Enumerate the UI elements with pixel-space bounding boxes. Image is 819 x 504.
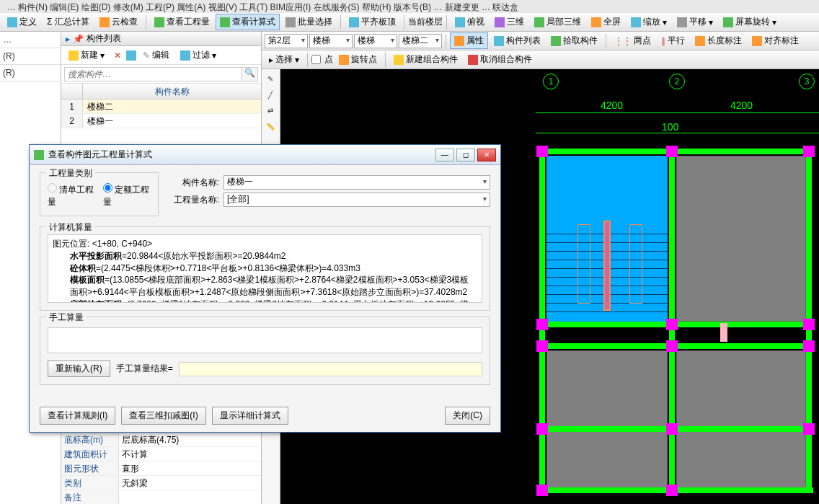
close-button[interactable]: ✕ <box>477 149 496 162</box>
grip-icon[interactable] <box>803 146 815 157</box>
new-combo-button[interactable]: 新建组合构件 <box>389 51 462 68</box>
palette-line-icon[interactable]: ╱ <box>263 88 278 102</box>
table-row[interactable]: 1 楼梯二 <box>61 100 261 114</box>
grip-icon[interactable] <box>536 319 548 330</box>
prop-row[interactable]: 建筑面积计不计算 <box>61 447 261 461</box>
cancel-combo-button[interactable]: 取消组合构件 <box>464 51 536 68</box>
palette-mirror-icon[interactable]: ⇄ <box>263 104 278 118</box>
component-dropdown[interactable]: 楼梯二 <box>399 34 442 48</box>
batch-select-button[interactable]: 批量选择 <box>281 14 337 30</box>
properties-button[interactable]: 属性 <box>450 32 488 49</box>
grip-icon[interactable] <box>803 340 815 352</box>
manual-result-field[interactable] <box>179 362 482 376</box>
minimize-button[interactable]: — <box>435 149 454 162</box>
main-toolbar: 定义 Σ 汇总计算 云检查 查看工程量 查看计算式 批量选择 平齐板顶 当前楼层… <box>0 13 819 32</box>
calc-legend: 计算机算量 <box>46 221 95 234</box>
search-input[interactable] <box>64 67 242 81</box>
grip-icon[interactable] <box>666 423 678 435</box>
grid-line <box>536 112 819 113</box>
dialog-titlebar[interactable]: 查看构件图元工程量计算式 — ◻ ✕ <box>30 145 500 165</box>
search-button[interactable]: 🔍 <box>242 67 258 81</box>
prop-row[interactable]: 底标高(m)层底标高(4.75) <box>61 433 261 447</box>
formula-icon <box>220 17 230 27</box>
grip-icon[interactable] <box>803 319 815 330</box>
grip-icon[interactable] <box>666 340 678 352</box>
sum-calc-button[interactable]: Σ 汇总计算 <box>43 14 94 30</box>
3d-button[interactable]: 三维 <box>490 14 528 30</box>
maximize-button[interactable]: ◻ <box>456 149 475 162</box>
prop-row[interactable]: 类别无斜梁 <box>61 476 261 490</box>
grip-icon[interactable] <box>536 485 548 496</box>
pin-icon[interactable]: 📌 <box>73 34 84 44</box>
palette-brush-icon[interactable]: ✎ <box>263 72 278 87</box>
view-rule-button[interactable]: 查看计算规则(I) <box>40 407 115 425</box>
rotate-icon <box>723 17 733 27</box>
prop-row[interactable]: 备注 <box>61 490 261 504</box>
filter-button[interactable]: 过滤 ▾ <box>176 47 221 63</box>
slab-top-button[interactable]: 平齐板顶 <box>345 14 400 30</box>
screen-rotate-button[interactable]: 屏幕旋转 ▾ <box>719 14 781 30</box>
manual-legend: 手工算量 <box>46 311 87 324</box>
length-dim-button[interactable]: 长度标注 <box>691 32 746 49</box>
grip-icon[interactable] <box>666 485 678 496</box>
radio-list-qty[interactable]: 清单工程量 <box>48 183 96 208</box>
menubar[interactable]: … 构件(N) 编辑(E) 绘图(D) 修改(M) 工程(P) 属性(A) 视图… <box>0 0 819 13</box>
show-detail-button[interactable]: 显示详细计算式 <box>212 407 288 425</box>
align-dim-button[interactable]: 对齐标注 <box>748 32 803 49</box>
new-icon <box>68 50 79 61</box>
grip-icon[interactable] <box>536 146 548 157</box>
nav-item[interactable]: (R) <box>0 48 61 65</box>
manual-textbox[interactable] <box>48 327 482 353</box>
palette-stretch-icon[interactable]: 拉伸 <box>263 136 278 143</box>
cloud-check-button[interactable]: 云检查 <box>95 14 142 30</box>
align-dim-icon <box>752 36 762 46</box>
delete-icon[interactable]: ✕ <box>111 50 124 61</box>
column-header-name[interactable]: 构件名称 <box>83 84 261 99</box>
qty-type-legend: 工程量类别 <box>46 167 95 180</box>
define-button[interactable]: 定义 <box>3 14 41 30</box>
panel-header: ▸ 📌 构件列表 <box>61 32 261 46</box>
fullscreen-button[interactable]: 全屏 <box>587 14 625 30</box>
qty-name-dropdown[interactable]: [全部] <box>223 193 490 207</box>
category-dropdown[interactable]: 楼梯 <box>309 34 353 48</box>
zoom-button[interactable]: 缩放 ▾ <box>627 14 671 30</box>
comp-name-dropdown[interactable]: 楼梯一 <box>223 175 490 190</box>
nav-item[interactable]: … <box>0 32 61 48</box>
local-3d-button[interactable]: 局部三维 <box>530 14 585 30</box>
grip-icon[interactable] <box>536 340 548 352</box>
select-tool-button[interactable]: ▸ 选择 ▾ <box>265 51 304 68</box>
view-formula-button[interactable]: 查看计算式 <box>216 14 280 30</box>
parallel-button[interactable]: ∥平行 <box>657 32 689 49</box>
new-component-button[interactable]: 新建 ▾ <box>64 47 109 63</box>
rotate-point-button[interactable]: 旋转点 <box>335 51 381 68</box>
copy-icon[interactable] <box>126 50 136 61</box>
grip-icon[interactable] <box>666 319 678 330</box>
grip-icon[interactable] <box>803 423 815 435</box>
point-checkbox[interactable] <box>311 55 321 64</box>
calc-textbox[interactable]: 图元位置: <1+80, C+940> 水平投影面积=20.9844<原始水平投… <box>48 234 482 303</box>
subcategory-dropdown[interactable]: 楼梯 <box>354 34 397 48</box>
grid-bubble-2: 2 <box>669 74 685 89</box>
component-list-button[interactable]: 构件列表 <box>490 32 545 49</box>
radio-quota-qty[interactable]: 定额工程量 <box>103 183 151 208</box>
prop-row[interactable]: 图元形状直形 <box>61 461 261 476</box>
pick-component-button[interactable]: 拾取构件 <box>546 32 602 49</box>
floor-dropdown[interactable]: 第2层 <box>265 34 308 48</box>
view-3d-deduct-button[interactable]: 查看三维扣减图(I) <box>121 407 205 425</box>
pan-button[interactable]: 平移 ▾ <box>673 14 717 30</box>
dialog-close-button[interactable]: 关闭(C) <box>445 407 490 425</box>
grip-icon[interactable] <box>536 423 548 435</box>
nav-item[interactable]: (R) <box>0 65 61 81</box>
reinput-button[interactable]: 重新输入(R) <box>48 361 110 377</box>
palette-measure-icon[interactable]: 📏 <box>263 120 278 134</box>
view-qty-button[interactable]: 查看工程量 <box>150 14 214 30</box>
table-row[interactable]: 2 楼梯一 <box>61 114 261 128</box>
ortho-button[interactable]: 俯视 <box>451 14 489 30</box>
grip-icon[interactable] <box>666 146 678 157</box>
context-toolbar-1: 第2层 楼梯 楼梯 楼梯二 属性 构件列表 拾取构件 ⋮⋮两点 ∥平行 长度标注… <box>262 32 819 50</box>
dimension-text: 4200 <box>730 100 753 111</box>
pick-icon <box>551 36 561 46</box>
two-point-button[interactable]: ⋮⋮两点 <box>610 32 655 49</box>
stair-arrow-down-icon <box>577 224 590 304</box>
edit-button[interactable]: ✎编辑 <box>138 47 174 63</box>
